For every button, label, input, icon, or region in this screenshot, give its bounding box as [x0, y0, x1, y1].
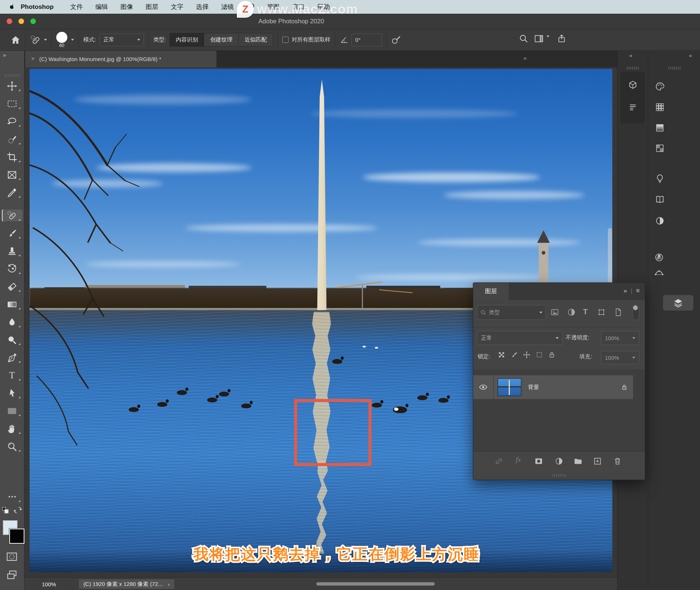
frame-tool[interactable] — [2, 169, 23, 181]
clone-stamp-tool[interactable] — [2, 245, 23, 257]
zoom-level[interactable]: 100% — [42, 581, 56, 587]
layer-lock-icon[interactable] — [621, 384, 628, 391]
tool-preset-button[interactable] — [30, 34, 47, 46]
fill-input[interactable]: 100% — [601, 351, 639, 364]
panel-paths-icon[interactable] — [654, 267, 664, 277]
toolbar-grip[interactable] — [0, 74, 24, 77]
close-window-button[interactable] — [7, 19, 12, 24]
dock-collapse-icon[interactable]: « — [689, 52, 692, 58]
panel-channels-icon[interactable] — [655, 216, 665, 226]
layers-panel-grip[interactable] — [473, 471, 645, 479]
layer-filter-dropdown[interactable]: 类型 — [477, 305, 546, 320]
screen-mode-icon[interactable] — [6, 569, 18, 581]
share-icon[interactable] — [557, 34, 566, 43]
horizontal-scrollbar[interactable] — [316, 582, 435, 586]
rectangular-marquee-tool[interactable] — [2, 98, 23, 110]
new-layer-icon[interactable] — [593, 457, 602, 466]
layer-visibility-cell[interactable] — [473, 375, 494, 399]
quick-selection-tool[interactable] — [2, 133, 23, 145]
history-brush-tool[interactable] — [2, 263, 23, 275]
add-mask-icon[interactable] — [534, 457, 543, 466]
apple-menu-icon[interactable] — [8, 3, 16, 11]
pen-pressure-button[interactable] — [391, 35, 401, 45]
menu-item-窗口[interactable]: 窗口 — [286, 3, 311, 11]
lasso-tool[interactable] — [2, 115, 23, 127]
hand-tool[interactable] — [2, 423, 23, 435]
layer-thumbnail[interactable] — [498, 378, 521, 396]
tab-close-icon[interactable]: × — [31, 55, 35, 63]
menu-item-选择[interactable]: 选择 — [190, 3, 215, 11]
menu-item-编辑[interactable]: 编辑 — [89, 3, 114, 11]
brush-tool[interactable] — [2, 227, 23, 239]
dodge-tool[interactable] — [2, 334, 23, 346]
menu-item-文字[interactable]: 文字 — [165, 3, 190, 11]
panel-libraries-icon[interactable] — [655, 195, 665, 205]
panel-layers-icon[interactable] — [663, 295, 693, 311]
toolbar-expand-button[interactable]: » — [3, 52, 5, 58]
filter-adjustment-layers-icon[interactable] — [567, 308, 576, 317]
rectangle-shape-tool[interactable] — [2, 405, 23, 417]
layers-tab[interactable]: 图层 — [473, 283, 509, 300]
type-button-2[interactable]: 创建纹理 — [204, 33, 239, 46]
filter-shape-layers-icon[interactable] — [597, 308, 606, 317]
panel-properties-icon[interactable] — [628, 102, 638, 112]
lock-transparency-icon[interactable] — [498, 351, 505, 359]
menu-item-视图[interactable]: 视图 — [261, 3, 286, 11]
quick-mask-icon[interactable] — [6, 551, 18, 563]
menu-item-图像[interactable]: 图像 — [114, 3, 139, 11]
delete-layer-icon[interactable] — [613, 457, 622, 466]
type-button-1[interactable]: 内容识别 — [170, 33, 204, 46]
pen-tool[interactable] — [2, 352, 23, 363]
lock-all-icon[interactable] — [548, 351, 556, 359]
panel-patterns-icon[interactable] — [655, 143, 665, 153]
layer-row-background[interactable]: 背景 — [473, 375, 633, 399]
panel-color-icon[interactable] — [655, 81, 665, 91]
layer-filter-toggle[interactable] — [632, 305, 639, 320]
path-selection-tool[interactable] — [2, 387, 23, 399]
panel-gradients-icon[interactable] — [655, 123, 665, 133]
lock-artboard-icon[interactable] — [535, 351, 543, 359]
dock-grip[interactable] — [654, 67, 695, 70]
menu-app-name[interactable]: Photoshop — [21, 3, 54, 11]
workspace-icon[interactable] — [534, 34, 544, 44]
spot-healing-brush-tool[interactable] — [2, 209, 23, 221]
menu-item-滤镜[interactable]: 滤镜 — [215, 3, 240, 11]
blend-mode-dropdown[interactable]: 正常 — [477, 331, 563, 345]
dock-grip[interactable] — [620, 67, 645, 70]
panel-menu-icon[interactable]: ≡ — [636, 287, 640, 295]
menu-item-文件[interactable]: 文件 — [64, 3, 89, 11]
panel-color-wheel-icon[interactable] — [654, 252, 664, 262]
panel-collapse-icon[interactable]: « — [524, 55, 526, 61]
brush-size-picker[interactable]: 60 — [56, 32, 67, 48]
new-adjustment-layer-icon[interactable] — [555, 457, 563, 466]
blur-tool[interactable] — [2, 316, 23, 328]
layer-style-icon[interactable]: fx — [516, 456, 521, 464]
zoom-tool[interactable] — [2, 440, 23, 452]
type-tool[interactable] — [2, 369, 23, 381]
more-tools-ellipsis-icon[interactable] — [2, 491, 23, 503]
mode-dropdown[interactable]: 正常 — [100, 34, 144, 46]
filter-type-layers-icon[interactable]: T — [583, 308, 588, 316]
filter-smart-objects-icon[interactable] — [613, 308, 623, 317]
panel-3d-icon[interactable] — [628, 80, 638, 90]
background-color-swatch[interactable] — [9, 529, 24, 544]
dock-collapse-icon[interactable]: « — [629, 52, 632, 58]
minimize-window-button[interactable] — [18, 19, 24, 24]
opacity-input[interactable]: 100% — [601, 331, 639, 345]
workspace-caret-icon[interactable] — [546, 37, 549, 44]
lock-pixels-icon[interactable] — [510, 351, 518, 359]
eraser-tool[interactable] — [2, 281, 23, 292]
panel-collapse-icon[interactable]: » — [623, 287, 627, 295]
filter-pixel-layers-icon[interactable] — [550, 308, 559, 317]
new-group-icon[interactable] — [573, 457, 582, 466]
angle-input[interactable]: 0° — [351, 34, 382, 46]
menu-item-帮助[interactable]: 帮助 — [311, 3, 336, 11]
default-colors-icon[interactable] — [1, 506, 10, 514]
panel-adjustments-icon[interactable] — [655, 174, 665, 184]
type-button-3[interactable]: 近似匹配 — [239, 33, 273, 46]
menu-item-3D[interactable]: 3D — [240, 3, 261, 11]
document-info[interactable]: (C) 1920 像素 x 1280 像素 (72... › — [79, 579, 174, 589]
home-button[interactable] — [10, 35, 21, 45]
panel-swatches-icon[interactable] — [655, 102, 665, 112]
eyedropper-tool[interactable] — [2, 187, 23, 198]
